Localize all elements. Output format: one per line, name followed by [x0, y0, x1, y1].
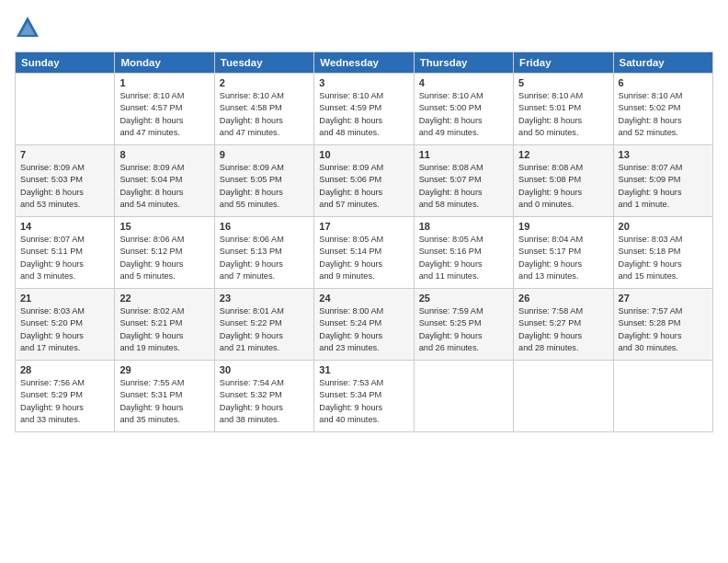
day-content: Sunrise: 8:03 AM Sunset: 5:18 PM Dayligh…	[619, 234, 708, 282]
day-content: Sunrise: 8:02 AM Sunset: 5:21 PM Dayligh…	[119, 305, 209, 354]
week-row-4: 21Sunrise: 8:03 AM Sunset: 5:20 PM Dayli…	[16, 289, 713, 361]
day-cell: 14Sunrise: 8:07 AM Sunset: 5:11 PM Dayli…	[16, 217, 115, 289]
header-cell-sunday: Sunday	[16, 52, 115, 74]
day-cell: 6Sunrise: 8:10 AM Sunset: 5:02 PM Daylig…	[613, 74, 712, 145]
day-cell: 25Sunrise: 7:59 AM Sunset: 5:25 PM Dayli…	[414, 289, 513, 361]
header-cell-wednesday: Wednesday	[314, 52, 414, 74]
week-row-3: 14Sunrise: 8:07 AM Sunset: 5:11 PM Dayli…	[16, 217, 713, 289]
day-number: 20	[619, 221, 708, 232]
day-content: Sunrise: 7:54 AM Sunset: 5:32 PM Dayligh…	[220, 377, 309, 426]
day-cell: 31Sunrise: 7:53 AM Sunset: 5:34 PM Dayli…	[314, 361, 414, 432]
day-number: 19	[518, 221, 608, 232]
day-content: Sunrise: 7:59 AM Sunset: 5:25 PM Dayligh…	[419, 305, 508, 354]
header-row: SundayMondayTuesdayWednesdayThursdayFrid…	[16, 52, 713, 74]
day-cell: 23Sunrise: 8:01 AM Sunset: 5:22 PM Dayli…	[214, 289, 313, 361]
day-cell: 16Sunrise: 8:06 AM Sunset: 5:13 PM Dayli…	[214, 217, 313, 289]
day-number: 4	[419, 77, 508, 88]
day-content: Sunrise: 7:55 AM Sunset: 5:31 PM Dayligh…	[119, 377, 209, 426]
day-number: 10	[319, 149, 408, 160]
day-number: 31	[319, 364, 408, 375]
day-content: Sunrise: 8:07 AM Sunset: 5:09 PM Dayligh…	[619, 162, 708, 211]
day-cell	[414, 361, 513, 432]
logo-icon	[15, 15, 40, 40]
header-cell-monday: Monday	[115, 52, 214, 74]
day-number: 1	[119, 77, 209, 88]
day-number: 25	[419, 293, 508, 304]
main-container: SundayMondayTuesdayWednesdayThursdayFrid…	[0, 0, 728, 440]
header-cell-friday: Friday	[514, 52, 613, 74]
header-cell-tuesday: Tuesday	[214, 52, 313, 74]
day-content: Sunrise: 8:00 AM Sunset: 5:24 PM Dayligh…	[319, 305, 408, 354]
day-number: 5	[518, 77, 608, 88]
week-row-5: 28Sunrise: 7:56 AM Sunset: 5:29 PM Dayli…	[16, 361, 713, 432]
day-number: 27	[619, 293, 708, 304]
day-cell: 7Sunrise: 8:09 AM Sunset: 5:03 PM Daylig…	[16, 145, 115, 217]
day-number: 13	[619, 149, 708, 160]
day-number: 18	[419, 221, 508, 232]
day-cell: 3Sunrise: 8:10 AM Sunset: 4:59 PM Daylig…	[314, 74, 414, 145]
day-cell: 17Sunrise: 8:05 AM Sunset: 5:14 PM Dayli…	[314, 217, 414, 289]
header	[15, 15, 713, 40]
day-content: Sunrise: 7:53 AM Sunset: 5:34 PM Dayligh…	[319, 377, 408, 426]
day-content: Sunrise: 8:08 AM Sunset: 5:07 PM Dayligh…	[419, 162, 508, 211]
day-number: 2	[220, 77, 309, 88]
day-content: Sunrise: 8:10 AM Sunset: 5:01 PM Dayligh…	[518, 90, 608, 139]
day-cell: 21Sunrise: 8:03 AM Sunset: 5:20 PM Dayli…	[16, 289, 115, 361]
day-cell: 29Sunrise: 7:55 AM Sunset: 5:31 PM Dayli…	[115, 361, 214, 432]
week-row-1: 1Sunrise: 8:10 AM Sunset: 4:57 PM Daylig…	[16, 74, 713, 145]
day-cell: 27Sunrise: 7:57 AM Sunset: 5:28 PM Dayli…	[613, 289, 712, 361]
day-cell: 9Sunrise: 8:09 AM Sunset: 5:05 PM Daylig…	[214, 145, 313, 217]
day-number: 28	[20, 364, 109, 375]
day-number: 11	[419, 149, 508, 160]
day-cell: 2Sunrise: 8:10 AM Sunset: 4:58 PM Daylig…	[214, 74, 313, 145]
day-number: 22	[119, 293, 209, 304]
day-cell: 10Sunrise: 8:09 AM Sunset: 5:06 PM Dayli…	[314, 145, 414, 217]
day-content: Sunrise: 8:05 AM Sunset: 5:16 PM Dayligh…	[419, 234, 508, 282]
day-content: Sunrise: 8:04 AM Sunset: 5:17 PM Dayligh…	[518, 234, 608, 282]
day-number: 23	[220, 293, 309, 304]
day-cell: 5Sunrise: 8:10 AM Sunset: 5:01 PM Daylig…	[514, 74, 613, 145]
day-content: Sunrise: 8:09 AM Sunset: 5:05 PM Dayligh…	[220, 162, 309, 211]
day-number: 15	[119, 221, 209, 232]
day-content: Sunrise: 7:56 AM Sunset: 5:29 PM Dayligh…	[20, 377, 109, 426]
day-number: 6	[619, 77, 708, 88]
day-number: 8	[119, 149, 209, 160]
day-cell: 4Sunrise: 8:10 AM Sunset: 5:00 PM Daylig…	[414, 74, 513, 145]
day-content: Sunrise: 8:06 AM Sunset: 5:13 PM Dayligh…	[220, 234, 309, 282]
day-content: Sunrise: 8:08 AM Sunset: 5:08 PM Dayligh…	[518, 162, 608, 211]
day-number: 12	[518, 149, 608, 160]
day-content: Sunrise: 8:01 AM Sunset: 5:22 PM Dayligh…	[220, 305, 309, 354]
day-content: Sunrise: 8:10 AM Sunset: 5:02 PM Dayligh…	[619, 90, 708, 139]
day-number: 14	[20, 221, 109, 232]
day-cell: 20Sunrise: 8:03 AM Sunset: 5:18 PM Dayli…	[613, 217, 712, 289]
day-content: Sunrise: 8:09 AM Sunset: 5:03 PM Dayligh…	[20, 162, 109, 211]
day-number: 21	[20, 293, 109, 304]
day-cell: 19Sunrise: 8:04 AM Sunset: 5:17 PM Dayli…	[514, 217, 613, 289]
day-cell: 18Sunrise: 8:05 AM Sunset: 5:16 PM Dayli…	[414, 217, 513, 289]
header-cell-thursday: Thursday	[414, 52, 513, 74]
logo	[15, 15, 44, 40]
day-number: 7	[20, 149, 109, 160]
day-cell: 15Sunrise: 8:06 AM Sunset: 5:12 PM Dayli…	[115, 217, 214, 289]
day-cell: 12Sunrise: 8:08 AM Sunset: 5:08 PM Dayli…	[514, 145, 613, 217]
day-content: Sunrise: 8:09 AM Sunset: 5:04 PM Dayligh…	[119, 162, 209, 211]
day-cell	[514, 361, 613, 432]
day-cell: 11Sunrise: 8:08 AM Sunset: 5:07 PM Dayli…	[414, 145, 513, 217]
day-cell: 22Sunrise: 8:02 AM Sunset: 5:21 PM Dayli…	[115, 289, 214, 361]
day-cell: 8Sunrise: 8:09 AM Sunset: 5:04 PM Daylig…	[115, 145, 214, 217]
day-cell	[613, 361, 712, 432]
day-content: Sunrise: 8:07 AM Sunset: 5:11 PM Dayligh…	[20, 234, 109, 282]
day-number: 29	[119, 364, 209, 375]
day-number: 9	[220, 149, 309, 160]
calendar-table: SundayMondayTuesdayWednesdayThursdayFrid…	[15, 52, 713, 432]
day-number: 3	[319, 77, 408, 88]
day-content: Sunrise: 8:10 AM Sunset: 4:59 PM Dayligh…	[319, 90, 408, 139]
day-cell: 24Sunrise: 8:00 AM Sunset: 5:24 PM Dayli…	[314, 289, 414, 361]
day-number: 30	[220, 364, 309, 375]
day-content: Sunrise: 8:10 AM Sunset: 4:58 PM Dayligh…	[220, 90, 309, 139]
day-content: Sunrise: 8:09 AM Sunset: 5:06 PM Dayligh…	[319, 162, 408, 211]
day-number: 26	[518, 293, 608, 304]
day-content: Sunrise: 8:05 AM Sunset: 5:14 PM Dayligh…	[319, 234, 408, 282]
day-cell: 1Sunrise: 8:10 AM Sunset: 4:57 PM Daylig…	[115, 74, 214, 145]
day-cell: 28Sunrise: 7:56 AM Sunset: 5:29 PM Dayli…	[16, 361, 115, 432]
